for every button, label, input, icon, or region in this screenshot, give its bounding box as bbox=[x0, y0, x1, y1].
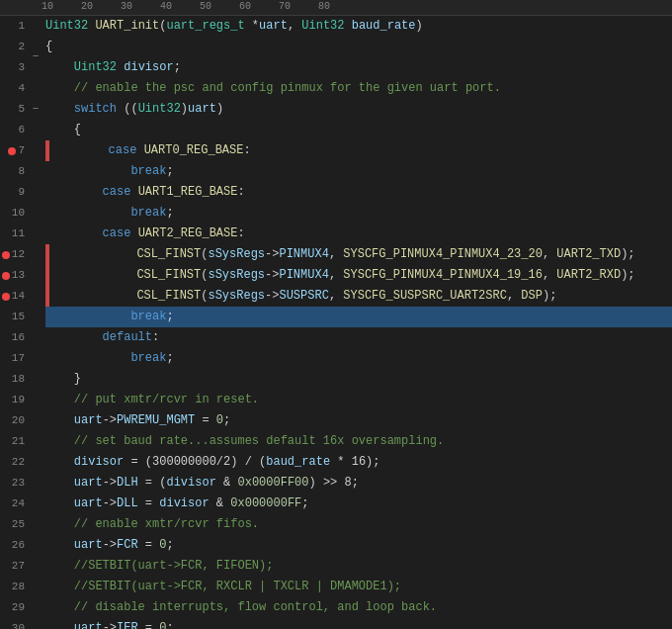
token: ( bbox=[201, 244, 208, 265]
token: : bbox=[152, 327, 159, 348]
token: -> bbox=[103, 535, 117, 556]
code-line-7: case UART0_REG_BASE: bbox=[45, 140, 672, 161]
code-line-18: } bbox=[45, 369, 672, 390]
token bbox=[45, 182, 103, 203]
token: -> bbox=[103, 410, 117, 431]
code-line-22: divisor = (300000000/2) / (baud_rate * 1… bbox=[45, 452, 672, 473]
token: Uint32 bbox=[45, 16, 88, 37]
code-line-1: Uint32 UART_init(uart_regs_t *uart, Uint… bbox=[45, 16, 672, 37]
token: // put xmtr/rcvr in reset. bbox=[74, 390, 259, 410]
token: * 16); bbox=[330, 452, 379, 473]
token: -> bbox=[103, 618, 117, 629]
line-number-22: 22 bbox=[12, 452, 25, 473]
code-line-9: case UART1_REG_BASE: bbox=[45, 182, 672, 203]
fold-cell-3[interactable]: − bbox=[30, 46, 42, 67]
token: uart bbox=[74, 618, 103, 629]
token bbox=[51, 286, 136, 307]
token: sSysRegs bbox=[208, 244, 265, 265]
token: divisor bbox=[74, 452, 124, 473]
token: ); bbox=[543, 286, 556, 307]
fold-cell-19 bbox=[30, 305, 42, 320]
code-line-16: default: bbox=[45, 327, 672, 348]
fold-cell-6[interactable]: − bbox=[30, 99, 42, 120]
token: CSL_FINST bbox=[136, 265, 201, 286]
token bbox=[45, 348, 130, 369]
red-marker-14 bbox=[45, 286, 49, 307]
code-line-11: case UART2_REG_BASE: bbox=[45, 224, 672, 244]
token bbox=[45, 514, 74, 535]
code-line-25: // enable xmtr/rcvr fifos. bbox=[45, 514, 672, 535]
token: // enable xmtr/rcvr fifos. bbox=[74, 514, 259, 535]
token bbox=[45, 473, 74, 494]
token: & bbox=[216, 473, 238, 494]
token: uart_regs_t bbox=[166, 16, 244, 37]
token: DLH bbox=[117, 473, 138, 494]
token: ; bbox=[301, 494, 308, 514]
token: ( bbox=[201, 286, 208, 307]
code-line-10: break; bbox=[45, 203, 672, 224]
token: , bbox=[288, 16, 301, 37]
line-number-1: 1 bbox=[18, 16, 25, 37]
token: SUSPSRC bbox=[279, 286, 328, 307]
code-line-23: uart->DLH = (divisor & 0x0000FF00) >> 8; bbox=[45, 473, 672, 494]
token bbox=[45, 203, 130, 224]
token bbox=[45, 57, 74, 78]
token bbox=[45, 307, 130, 327]
token bbox=[45, 556, 74, 577]
code-line-20: uart->PWREMU_MGMT = 0; bbox=[45, 410, 672, 431]
token: , bbox=[329, 286, 343, 307]
token bbox=[45, 410, 74, 431]
token: = (300000000/2) / ( bbox=[124, 452, 266, 473]
code-line-24: uart->DLL = divisor & 0x000000FF; bbox=[45, 494, 672, 514]
token: SYSCFG_SUSPSRC_UART2SRC bbox=[343, 286, 507, 307]
code-line-12: CSL_FINST(sSysRegs->PINMUX4, SYSCFG_PINM… bbox=[45, 244, 672, 265]
token bbox=[45, 535, 74, 556]
code-content[interactable]: Uint32 UART_init(uart_regs_t *uart, Uint… bbox=[42, 16, 672, 629]
token: ) bbox=[181, 99, 188, 120]
code-line-13: CSL_FINST(sSysRegs->PINMUX4, SYSCFG_PINM… bbox=[45, 265, 672, 286]
fold-cell-7 bbox=[30, 120, 42, 135]
token: 0 bbox=[159, 618, 166, 629]
token: break bbox=[130, 307, 166, 327]
code-line-3: Uint32 divisor; bbox=[45, 57, 672, 78]
token bbox=[45, 577, 74, 597]
token: ); bbox=[621, 265, 634, 286]
fold-cell-20 bbox=[30, 320, 42, 336]
token: -> bbox=[265, 244, 279, 265]
token: UART2_RXD bbox=[556, 265, 621, 286]
line-number-21: 21 bbox=[12, 431, 25, 452]
token bbox=[345, 16, 352, 37]
fold-cell-25 bbox=[30, 398, 42, 413]
token: 0x0000FF00 bbox=[237, 473, 308, 494]
breakpoint-marker bbox=[8, 147, 16, 155]
token: PWREMU_MGMT bbox=[117, 410, 195, 431]
fold-cell-23 bbox=[30, 367, 42, 383]
token: (( bbox=[117, 99, 138, 120]
line-number-27: 27 bbox=[12, 556, 25, 577]
line-number-19: 19 bbox=[12, 390, 25, 410]
red-marker-13 bbox=[45, 265, 49, 286]
token: case bbox=[103, 182, 131, 203]
fold-cell-31 bbox=[30, 491, 42, 506]
ruler-60: 60 bbox=[239, 0, 279, 15]
token: ; bbox=[174, 57, 181, 78]
fold-cell-9 bbox=[30, 150, 42, 166]
code-line-19: // put xmtr/rcvr in reset. bbox=[45, 390, 672, 410]
token: case bbox=[109, 140, 137, 161]
code-line-21: // set baud rate...assumes default 16x o… bbox=[45, 431, 672, 452]
token: UART_init bbox=[95, 16, 159, 37]
fold-cell-21 bbox=[30, 335, 42, 351]
line-number-10: 10 bbox=[12, 203, 25, 224]
token bbox=[88, 16, 95, 37]
line-number-gutter: 1234567891011121314151617181920212223242… bbox=[0, 16, 30, 629]
token bbox=[45, 161, 130, 182]
fold-cell-10 bbox=[30, 165, 42, 181]
token: } bbox=[45, 369, 81, 390]
token: -> bbox=[103, 473, 117, 494]
token: ); bbox=[621, 244, 634, 265]
token bbox=[51, 244, 136, 265]
fold-cell-39 bbox=[30, 614, 42, 630]
token: , bbox=[543, 244, 556, 265]
token: & bbox=[210, 494, 231, 514]
code-line-14: CSL_FINST(sSysRegs->SUSPSRC, SYSCFG_SUSP… bbox=[45, 286, 672, 307]
